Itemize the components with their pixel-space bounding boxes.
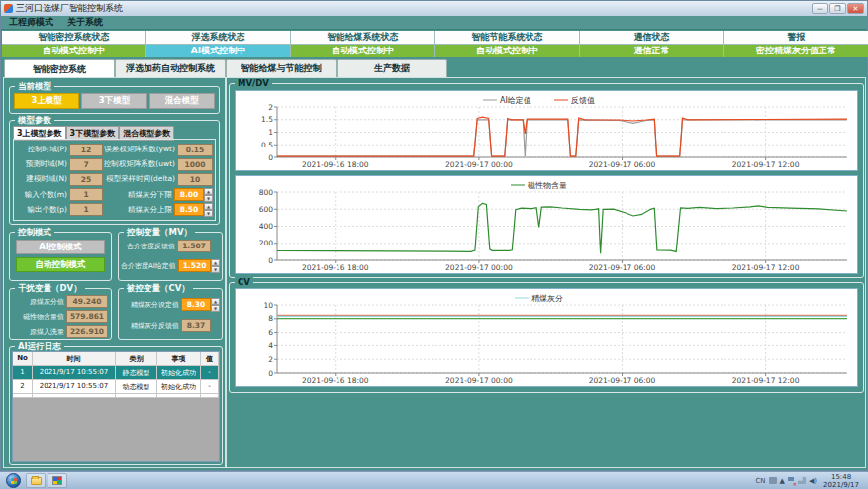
mv-trend-chart: 00.511.522021-09-16 18:002021-09-17 00:0… <box>235 90 858 171</box>
tab-coal-feed-energy[interactable]: 智能给煤与节能控制 <box>226 59 337 77</box>
group-label: MV/DV <box>235 78 272 88</box>
app-squares-icon <box>52 476 62 485</box>
ash-setpoint-stepper[interactable]: ▲▼ <box>211 298 220 311</box>
app-icon <box>4 4 13 13</box>
log-row[interactable]: 22021/9/17 10:55:07 动态模型初始化成功 - <box>13 380 219 394</box>
param-p-field[interactable]: 1 <box>69 203 103 216</box>
clock-date: 2021/9/17 <box>823 481 859 489</box>
app-window: 三河口选煤厂智能控制系统 — ❐ ✕ 工程师模式 关于系统 智能密控系统状态 浮… <box>0 0 868 471</box>
tab-flotation-dosing[interactable]: 浮选加药自动控制系统 <box>115 59 226 77</box>
menu-about-system[interactable]: 关于系统 <box>67 16 103 29</box>
app-taskbar-icon[interactable] <box>48 473 67 488</box>
explorer-taskbar-icon[interactable] <box>26 473 46 488</box>
group-label: 当前模型 <box>15 81 54 91</box>
param-row: 控制时域(P) 12 误差权矩阵系数(ywt) 0.15 <box>16 143 213 156</box>
model-3down-button[interactable]: 3下模型 <box>81 93 146 109</box>
status-value: 自动模式控制中 <box>291 45 434 57</box>
mv-row: 合介密度AI给定值 1.520 ▲▼ <box>121 259 220 272</box>
group-label: 被控变量（CV） <box>124 283 193 293</box>
main-tab-bar: 智能密控系统 浮选加药自动控制系统 智能给煤与节能控制 生产数据 <box>4 59 447 77</box>
param-row: 输出个数(p) 1 精煤灰分上限 8.50 ▲▼ <box>16 203 213 217</box>
network-icon[interactable] <box>798 477 806 484</box>
system-tray: CN ▲ ◀) 15:48 2021/9/17 <box>755 473 866 489</box>
close-button[interactable]: ✕ <box>847 3 864 14</box>
density-ai-setpoint-field[interactable]: 1.520 <box>178 259 211 272</box>
ash-setpoint-field[interactable]: 8.30 <box>181 298 211 311</box>
language-indicator[interactable]: CN <box>755 477 765 485</box>
cv-row: 精煤灰分设定值 8.30 ▲▼ <box>121 298 220 311</box>
maximize-button[interactable]: ❐ <box>829 3 846 14</box>
tab-production-data[interactable]: 生产数据 <box>337 59 447 77</box>
svg-text:2021-09-17 00:00: 2021-09-17 00:00 <box>445 376 513 385</box>
menu-engineer-mode[interactable]: 工程师模式 <box>9 16 53 29</box>
tray-expand-icon[interactable]: ▲ <box>780 477 785 485</box>
start-button[interactable] <box>6 473 21 488</box>
clock-time: 15:48 <box>823 473 859 481</box>
ash-lower-limit-field[interactable]: 8.00 <box>174 188 204 201</box>
density-ai-setpoint-stepper[interactable]: ▲▼ <box>211 259 220 272</box>
status-strip: 智能密控系统状态 浮选系统状态 智能给煤系统状态 智能节能系统状态 通信状态 警… <box>2 31 868 57</box>
svg-text:4: 4 <box>268 342 273 350</box>
svg-text:2021-09-16 18:00: 2021-09-16 18:00 <box>302 160 369 169</box>
volume-icon[interactable]: ◀) <box>809 477 817 485</box>
keyboard-icon[interactable] <box>769 477 777 484</box>
auto-control-mode-button[interactable]: 自动控制模式 <box>16 257 105 272</box>
param-M-field[interactable]: 7 <box>69 158 103 171</box>
svg-text:2021-09-17 12:00: 2021-09-17 12:00 <box>732 160 800 169</box>
magnetic-content-chart: 02004006008002021-09-16 18:002021-09-17 … <box>235 175 858 274</box>
tab-density-control[interactable]: 智能密控系统 <box>4 59 115 78</box>
dv-row: 原煤入洗量 226.910 <box>12 325 108 338</box>
ash-trend-chart: 02468102021-09-16 18:002021-09-17 00:002… <box>235 288 858 387</box>
status-value: 自动模式控制中 <box>435 45 579 57</box>
model-3up-button[interactable]: 3上模型 <box>14 93 79 109</box>
dv-row: 原煤灰分值 49.240 <box>12 295 108 308</box>
log-row[interactable]: 12021/9/17 10:55:07 静态模型初始化成功 - <box>13 366 219 380</box>
dv-group: 干扰变量（DV） 原煤灰分值 49.240 磁性物含量值 579.861 原煤入… <box>9 288 112 340</box>
param-N-field[interactable]: 25 <box>69 173 103 186</box>
svg-text:AI给定值: AI给定值 <box>500 96 531 105</box>
param-m-field[interactable]: 1 <box>69 188 103 201</box>
svg-text:400: 400 <box>259 222 274 231</box>
param-uwt-field[interactable]: 1000 <box>177 158 213 171</box>
action-center-flag-icon[interactable] <box>788 477 795 485</box>
status-header: 智能密控系统状态 <box>2 31 145 44</box>
ash-upper-limit-field[interactable]: 8.50 <box>174 203 204 216</box>
model-mixed-button[interactable]: 混合模型 <box>149 93 215 109</box>
title-bar[interactable]: 三河口选煤厂智能控制系统 — ❐ ✕ <box>1 1 867 16</box>
svg-text:0: 0 <box>268 256 273 265</box>
svg-text:1.5: 1.5 <box>261 115 273 124</box>
svg-text:反馈值: 反馈值 <box>571 96 595 105</box>
ash-upper-limit-stepper[interactable]: ▲▼ <box>204 203 213 216</box>
clock[interactable]: 15:48 2021/9/17 <box>820 473 863 489</box>
svg-text:10: 10 <box>263 301 273 310</box>
svg-text:6: 6 <box>268 328 273 337</box>
window-title: 三河口选煤厂智能控制系统 <box>16 2 123 15</box>
svg-text:2021-09-16 18:00: 2021-09-16 18:00 <box>302 263 369 272</box>
status-value: 自动模式控制中 <box>2 45 145 57</box>
svg-text:0.5: 0.5 <box>261 141 273 149</box>
param-P-field[interactable]: 12 <box>69 144 103 156</box>
status-header: 智能给煤系统状态 <box>291 31 434 44</box>
param-row: 输入个数(m) 1 精煤灰分下限 8.00 ▲▼ <box>16 188 213 202</box>
ai-control-mode-button[interactable]: AI控制模式 <box>16 240 105 254</box>
svg-text:8: 8 <box>268 314 273 323</box>
svg-text:磁性物含量: 磁性物含量 <box>527 181 567 190</box>
ash-lower-limit-stepper[interactable]: ▲▼ <box>204 188 213 201</box>
svg-text:2021-09-17 00:00: 2021-09-17 00:00 <box>445 263 513 272</box>
status-header: 警报 <box>724 31 868 44</box>
status-value: AI模式控制中 <box>146 45 290 57</box>
ai-log-table[interactable]: No时间 类别事项 值 12021/9/17 10:55:07 静态模型初始化成… <box>12 351 220 462</box>
minimize-button[interactable]: — <box>812 3 828 14</box>
raw-coal-input-field: 226.910 <box>66 325 108 338</box>
magnetic-content-field: 579.861 <box>66 310 108 323</box>
cv-row: 精煤灰分反馈值 8.37 <box>121 319 220 332</box>
svg-text:2021-09-17 06:00: 2021-09-17 06:00 <box>589 376 656 385</box>
param-delta-field[interactable]: 10 <box>177 173 213 186</box>
model-params-group: 模型参数 3上模型参数 3下模型参数 混合模型参数 控制时域(P) 12 误差权… <box>9 120 220 225</box>
svg-text:2021-09-17 12:00: 2021-09-17 12:00 <box>732 263 800 272</box>
param-ywt-field[interactable]: 0.15 <box>177 144 213 156</box>
svg-text:2021-09-17 12:00: 2021-09-17 12:00 <box>732 376 800 385</box>
current-model-group: 当前模型 3上模型 3下模型 混合模型 <box>9 86 220 114</box>
ash-feedback-field: 8.37 <box>181 319 211 332</box>
svg-text:2021-09-16 18:00: 2021-09-16 18:00 <box>302 376 369 385</box>
